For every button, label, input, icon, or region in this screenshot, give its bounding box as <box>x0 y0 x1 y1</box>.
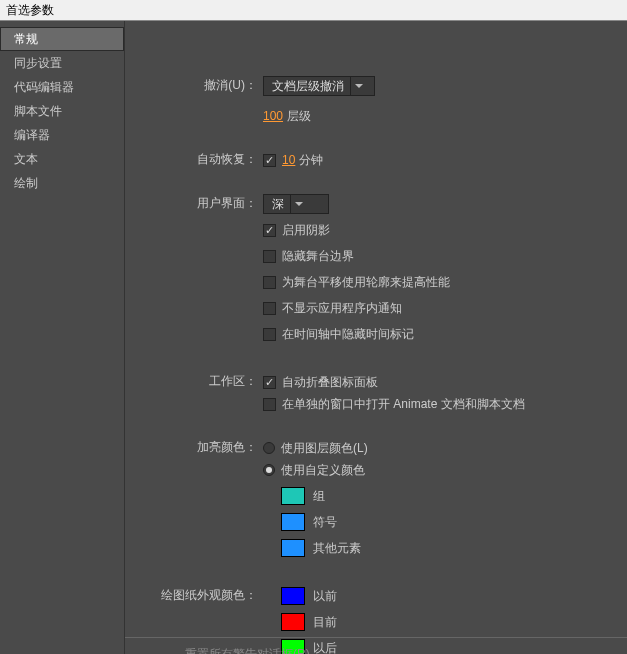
autorecover-minutes-input[interactable]: 10 <box>282 153 295 167</box>
sidebar-item-compiler[interactable]: 编译器 <box>0 123 124 147</box>
content-panel: 撤消(U)： 文档层级撤消 100 层级 <box>125 21 627 654</box>
hl-radio-label: 使用图层颜色(L) <box>281 440 368 457</box>
chevron-down-icon <box>290 195 307 213</box>
ws-opt-separate-window-checkbox[interactable] <box>263 398 276 411</box>
window-title: 首选参数 <box>0 0 627 21</box>
label-autorecover: 自动恢复： <box>137 149 263 169</box>
reset-area: 重置所有警告对话框(R) <box>125 637 627 654</box>
chevron-down-icon <box>350 77 367 95</box>
hl-swatch-group[interactable] <box>281 487 305 505</box>
hl-swatch-label: 其他元素 <box>313 540 361 557</box>
onion-swatch-current[interactable] <box>281 613 305 631</box>
ui-opt-label: 隐藏舞台边界 <box>282 248 354 265</box>
sidebar-item-label: 常规 <box>14 32 38 46</box>
label-ui: 用户界面： <box>137 193 263 213</box>
ui-opt-label: 启用阴影 <box>282 222 330 239</box>
sidebar-item-drawing[interactable]: 绘制 <box>0 171 124 195</box>
ui-opt-label: 在时间轴中隐藏时间标记 <box>282 326 414 343</box>
sidebar-item-text[interactable]: 文本 <box>0 147 124 171</box>
onion-swatch-before[interactable] <box>281 587 305 605</box>
preferences-window: 首选参数 常规 同步设置 代码编辑器 脚本文件 编译器 文本 绘制 撤消(U)： <box>0 0 627 654</box>
row-highlight: 加亮颜色： 使用图层颜色(L) 使用自定义颜色 组 符号 其他元素 <box>137 437 615 563</box>
autorecover-checkbox[interactable] <box>263 154 276 167</box>
label-onion: 绘图纸外观颜色： <box>137 585 263 605</box>
sidebar-item-label: 同步设置 <box>14 56 62 70</box>
hl-radio-custom-color[interactable] <box>263 464 275 476</box>
ui-opt-hide-time-markers-checkbox[interactable] <box>263 328 276 341</box>
sidebar-item-general[interactable]: 常规 <box>0 27 124 51</box>
label-undo: 撤消(U)： <box>137 75 263 95</box>
ui-opt-pan-outline-checkbox[interactable] <box>263 276 276 289</box>
row-autorecover: 自动恢复： 10 分钟 <box>137 149 615 171</box>
ui-opt-shadow-checkbox[interactable] <box>263 224 276 237</box>
hl-swatch-label: 组 <box>313 488 325 505</box>
onion-swatch-label: 目前 <box>313 614 337 631</box>
sidebar-item-script-file[interactable]: 脚本文件 <box>0 99 124 123</box>
ui-opt-label: 为舞台平移使用轮廓来提高性能 <box>282 274 450 291</box>
undo-mode-value: 文档层级撤消 <box>272 78 344 95</box>
ws-opt-label: 自动折叠图标面板 <box>282 374 378 391</box>
row-ui: 用户界面： 深 启用阴影 隐藏舞台边界 为舞台平移使用轮廓来提高性能 <box>137 193 615 349</box>
ui-theme-value: 深 <box>272 196 284 213</box>
label-workspace: 工作区： <box>137 371 263 391</box>
row-workspace: 工作区： 自动折叠图标面板 在单独的窗口中打开 Animate 文档和脚本文档 <box>137 371 615 415</box>
sidebar-item-code-editor[interactable]: 代码编辑器 <box>0 75 124 99</box>
hl-radio-label: 使用自定义颜色 <box>281 462 365 479</box>
ws-opt-label: 在单独的窗口中打开 Animate 文档和脚本文档 <box>282 396 525 413</box>
label-highlight: 加亮颜色： <box>137 437 263 457</box>
reset-warnings-button[interactable]: 重置所有警告对话框(R) <box>181 644 314 654</box>
sidebar-item-label: 代码编辑器 <box>14 80 74 94</box>
ui-opt-label: 不显示应用程序内通知 <box>282 300 402 317</box>
sidebar-item-label: 编译器 <box>14 128 50 142</box>
ui-opt-no-inapp-notify-checkbox[interactable] <box>263 302 276 315</box>
row-undo: 撤消(U)： 文档层级撤消 100 层级 <box>137 75 615 127</box>
sidebar-item-label: 文本 <box>14 152 38 166</box>
undo-levels-input[interactable]: 100 <box>263 109 283 123</box>
undo-levels-suffix: 层级 <box>287 108 311 125</box>
hl-swatch-label: 符号 <box>313 514 337 531</box>
general-form: 撤消(U)： 文档层级撤消 100 层级 <box>137 75 615 654</box>
sidebar-item-sync[interactable]: 同步设置 <box>0 51 124 75</box>
category-sidebar: 常规 同步设置 代码编辑器 脚本文件 编译器 文本 绘制 <box>0 21 125 654</box>
autorecover-minutes-suffix: 分钟 <box>299 152 323 169</box>
window-body: 常规 同步设置 代码编辑器 脚本文件 编译器 文本 绘制 撤消(U)： 文档层级… <box>0 21 627 654</box>
onion-swatch-label: 以前 <box>313 588 337 605</box>
ui-theme-select[interactable]: 深 <box>263 194 329 214</box>
sidebar-item-label: 脚本文件 <box>14 104 62 118</box>
undo-mode-select[interactable]: 文档层级撤消 <box>263 76 375 96</box>
hl-swatch-symbol[interactable] <box>281 513 305 531</box>
sidebar-item-label: 绘制 <box>14 176 38 190</box>
ws-opt-autocollapse-checkbox[interactable] <box>263 376 276 389</box>
hl-radio-layer-color[interactable] <box>263 442 275 454</box>
ui-opt-hide-stage-border-checkbox[interactable] <box>263 250 276 263</box>
hl-swatch-other[interactable] <box>281 539 305 557</box>
